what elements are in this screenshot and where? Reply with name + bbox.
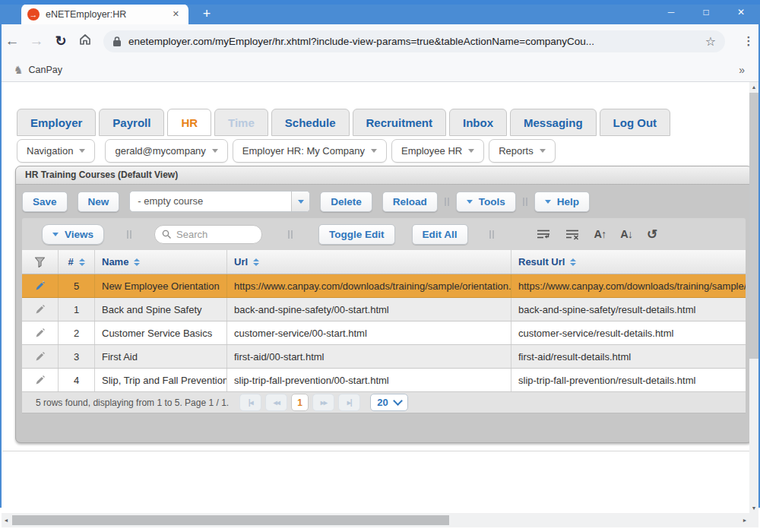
row-name: Customer Service Basics — [95, 321, 227, 344]
scroll-up-icon[interactable]: ▲ — [749, 82, 758, 92]
bookmarks-bar: ♞ CanPay » — [0, 58, 760, 82]
tab-logout[interactable]: Log Out — [600, 109, 670, 136]
tab-inbox[interactable]: Inbox — [449, 109, 507, 136]
row-edit-cell[interactable] — [22, 321, 59, 344]
table-row[interactable]: 2 Customer Service Basics customer-servi… — [22, 321, 746, 345]
tab-recruitment[interactable]: Recruitment — [353, 109, 447, 136]
course-selector-dropdown-button[interactable] — [291, 192, 309, 211]
last-page-button[interactable]: ▸| — [338, 394, 360, 411]
courses-table: # Name Url Result Url — [22, 250, 746, 392]
tab-close-icon[interactable]: ✕ — [169, 8, 182, 21]
bookmark-star-icon[interactable]: ☆ — [705, 34, 716, 49]
table-row[interactable]: 1 Back and Spine Safety back-and-spine-s… — [22, 298, 746, 321]
save-button[interactable]: Save — [22, 192, 68, 212]
edit-pencil-icon[interactable] — [34, 375, 46, 386]
edit-pencil-icon[interactable] — [34, 351, 46, 363]
address-bar[interactable]: enetemployer.com/myEmployer/hr.xhtml?inc… — [103, 30, 725, 52]
tab-schedule[interactable]: Schedule — [271, 109, 350, 136]
row-edit-cell[interactable] — [22, 274, 59, 297]
filter-column-header[interactable] — [22, 250, 59, 274]
new-button[interactable]: New — [78, 192, 120, 212]
views-button[interactable]: Views — [42, 224, 104, 245]
prev-page-button[interactable]: ◂◂ — [265, 394, 287, 411]
toolbar-separator — [489, 230, 494, 239]
scroll-left-icon[interactable]: ◄ — [2, 513, 11, 527]
menu-account[interactable]: gerald@mycompany — [105, 139, 227, 163]
menu-navigation[interactable]: Navigation — [17, 139, 95, 163]
page-size-select[interactable]: 20 — [370, 394, 408, 411]
edit-pencil-icon[interactable] — [34, 328, 46, 339]
sort-icon[interactable] — [570, 258, 576, 266]
browser-menu-icon[interactable]: ⋮ — [737, 34, 760, 48]
tab-employer[interactable]: Employer — [17, 109, 96, 136]
row-num: 3 — [59, 345, 95, 368]
edit-all-button[interactable]: Edit All — [412, 224, 468, 245]
tab-time: Time — [214, 109, 268, 136]
reset-icon[interactable]: ↺ — [647, 226, 657, 242]
column-header-result-url[interactable]: Result Url — [511, 250, 746, 274]
url-text[interactable]: enetemployer.com/myEmployer/hr.xhtml?inc… — [128, 36, 705, 47]
help-button[interactable]: Help — [534, 192, 590, 212]
row-result-url: customer-service/result-details.html — [511, 321, 746, 344]
screen: { "browser": { "tab_title": "eNETEmploye… — [0, 0, 760, 532]
table-row-selected[interactable]: 5 New Employee Orientation https://www.c… — [22, 274, 746, 298]
next-page-button[interactable]: ▸▸ — [312, 394, 334, 411]
table-header-row: # Name Url Result Url — [22, 250, 746, 274]
tools-button[interactable]: Tools — [456, 192, 516, 212]
wrap-lines-icon[interactable] — [537, 229, 551, 240]
reload-button[interactable]: Reload — [382, 192, 438, 212]
clear-lines-icon[interactable] — [565, 229, 580, 240]
menu-reports[interactable]: Reports — [489, 139, 556, 163]
row-edit-cell[interactable] — [22, 345, 59, 368]
tab-hr[interactable]: HR — [167, 109, 211, 136]
chevron-down-icon — [468, 149, 474, 153]
row-num: 1 — [59, 298, 95, 321]
horizontal-scrollbar-thumb[interactable] — [12, 515, 449, 525]
home-icon[interactable] — [73, 32, 97, 51]
font-increase-icon[interactable]: A↑ — [594, 228, 606, 240]
bookmarks-overflow-icon[interactable]: » — [739, 64, 745, 76]
edit-pencil-icon[interactable] — [34, 304, 46, 315]
vertical-scrollbar[interactable]: ▲ ▼ — [749, 82, 758, 513]
column-header-name[interactable]: Name — [95, 250, 227, 274]
toolbar-separator — [445, 198, 449, 206]
back-icon[interactable]: ← — [0, 33, 24, 49]
current-page-button[interactable]: 1 — [291, 394, 309, 411]
table-icon-bar: A↑ A↓ ↺ — [537, 226, 658, 242]
sort-icon[interactable] — [134, 258, 140, 266]
toggle-edit-button[interactable]: Toggle Edit — [318, 224, 395, 245]
tab-payroll[interactable]: Payroll — [99, 109, 164, 136]
bookmark-canpay[interactable]: ♞ CanPay — [14, 64, 62, 76]
reload-icon[interactable]: ↻ — [49, 33, 73, 49]
vertical-scrollbar-thumb[interactable] — [749, 93, 758, 359]
edit-pencil-icon[interactable] — [34, 280, 46, 292]
table-row[interactable]: 3 First Aid first-aid/00-start.html firs… — [22, 345, 746, 369]
column-header-num[interactable]: # — [59, 250, 95, 274]
sort-icon[interactable] — [79, 258, 85, 266]
column-header-url[interactable]: Url — [227, 250, 511, 274]
browser-navbar: ← → ↻ enetemployer.com/myEmployer/hr.xht… — [0, 24, 760, 58]
browser-tab[interactable]: → eNETEmployer:HR ✕ — [21, 4, 188, 24]
sort-icon[interactable] — [253, 258, 259, 266]
scrollbar-corner — [749, 513, 758, 527]
table-widget: Views Search Toggle Edit Edit All A↑ A↓ … — [22, 218, 746, 413]
main-toolbar: Save New - empty course Delete Reload To… — [16, 185, 752, 218]
forward-icon[interactable]: → — [24, 33, 49, 49]
menu-bar: Navigation gerald@mycompany Employer HR:… — [17, 139, 560, 163]
menu-employer-hr[interactable]: Employer HR: My Company — [233, 139, 387, 163]
tab-messaging[interactable]: Messaging — [510, 109, 597, 136]
font-decrease-icon[interactable]: A↓ — [620, 228, 632, 240]
new-tab-button[interactable]: + — [198, 5, 216, 23]
first-page-button[interactable]: |◂ — [239, 394, 261, 411]
scroll-down-icon[interactable]: ▼ — [749, 503, 758, 513]
row-edit-cell[interactable] — [22, 298, 59, 321]
course-selector[interactable]: - empty course — [129, 191, 310, 212]
search-input[interactable]: Search — [154, 225, 262, 244]
delete-button[interactable]: Delete — [320, 192, 372, 212]
scroll-right-icon[interactable]: ► — [740, 513, 749, 527]
bookmark-label: CanPay — [29, 65, 62, 75]
horizontal-scrollbar[interactable]: ◄ ► — [2, 513, 749, 527]
menu-employee-hr[interactable]: Employee HR — [391, 139, 484, 163]
table-row[interactable]: 4 Slip, Trip and Fall Prevention slip-tr… — [22, 369, 746, 392]
row-edit-cell[interactable] — [22, 369, 59, 391]
